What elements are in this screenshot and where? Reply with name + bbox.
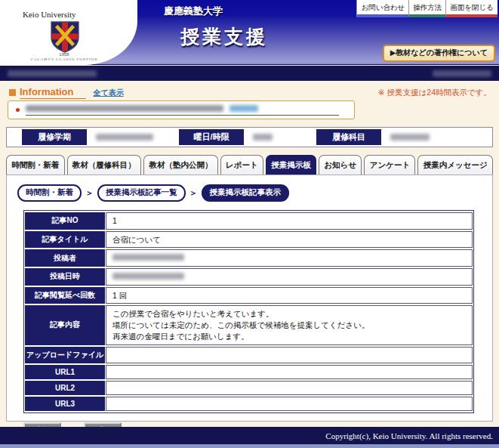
row-value: 1 回 xyxy=(106,287,473,304)
redacted-user-name xyxy=(8,70,97,77)
keio-shield-icon xyxy=(45,20,85,54)
row-value xyxy=(106,397,473,411)
course-info-bar: 履修学期曜日/時限履修科目 xyxy=(6,127,493,147)
redacted-date xyxy=(433,70,491,77)
tab-class-message[interactable]: 授業内メッセージ xyxy=(417,155,493,175)
emblem-motto: CALAMVS GLADIO FORTIOR xyxy=(0,57,128,61)
header-nav-close-screen-button[interactable]: 画面を閉じる xyxy=(445,0,497,17)
breadcrumb-board-article-view: 授業掲示板記事表示 xyxy=(202,184,290,202)
user-session-bar xyxy=(0,66,499,81)
university-name-en: Keio University xyxy=(23,10,76,19)
row-value xyxy=(106,347,473,363)
materials-copyright-button[interactable]: ▶教材などの著作権について xyxy=(383,45,495,62)
redacted-announcement-link[interactable] xyxy=(229,105,258,112)
hours-note: ※ 授業支援は24時間表示です。 xyxy=(378,88,491,98)
tab-survey[interactable]: アンケート xyxy=(364,155,415,175)
tab-class-board[interactable]: 授業掲示板 xyxy=(266,155,316,175)
show-all-link[interactable]: 全て表示 xyxy=(94,88,124,98)
emblem-year: 1858 xyxy=(0,52,128,57)
footer: Copyright(c), Keio University. All right… xyxy=(0,427,499,444)
row-value: 1 xyxy=(106,212,473,230)
table-row-url2: URL2 xyxy=(25,381,473,395)
university-name-ja: 慶應義塾大学 xyxy=(164,5,223,18)
page: Keio University 1858 CALAMVS GLADIO FORT… xyxy=(0,0,499,448)
breadcrumb-separator: ＞ xyxy=(189,187,198,199)
row-label: URL2 xyxy=(25,381,105,395)
row-value: この授業で合宿をやりたいと考えています。 場所については未定のため、この掲示板で… xyxy=(106,305,473,344)
course-value-day-period xyxy=(245,129,315,145)
redacted-text xyxy=(390,134,430,141)
article-detail-table: 記事NO1記事タイトル合宿について投稿者投稿日時記事閲覧延べ回数1 回記事内容こ… xyxy=(23,210,474,413)
tab-materials-enrolled[interactable]: 教材（履修科目） xyxy=(67,155,142,175)
redacted-text xyxy=(253,134,273,141)
course-label-day-period: 曜日/時限 xyxy=(179,129,244,145)
table-row-post-datetime: 投稿日時 xyxy=(25,268,473,286)
row-label: アップロードファイル xyxy=(25,347,105,363)
breadcrumb: 時間割・新着＞授業掲示板記事一覧＞授業掲示板記事表示 xyxy=(17,184,492,202)
course-value-term xyxy=(88,129,177,145)
row-value: 合宿について xyxy=(106,231,473,249)
breadcrumb-timetable-new[interactable]: 時間割・新着 xyxy=(17,184,82,202)
keio-logo: Keio University 1858 CALAMVS GLADIO FORT… xyxy=(0,0,137,65)
tab-timetable-new[interactable]: 時間割・新着 xyxy=(6,155,65,175)
table-row-poster: 投稿者 xyxy=(25,249,473,267)
table-row-url1: URL1 xyxy=(25,365,473,379)
table-row-url3: URL3 xyxy=(25,397,473,411)
breadcrumb-separator: ＞ xyxy=(85,187,94,199)
course-value-course xyxy=(383,129,491,145)
row-label: 記事内容 xyxy=(25,305,105,344)
information-title: Information xyxy=(20,86,86,99)
header-nav-contact-button[interactable]: お問い合わせ xyxy=(356,0,408,17)
row-value xyxy=(106,268,473,286)
bullet-icon xyxy=(16,108,20,112)
row-label: URL1 xyxy=(25,365,105,379)
copyright-text: Copyright(c), Keio University. All right… xyxy=(325,431,493,440)
announcement-box xyxy=(8,100,355,119)
table-row-article-no: 記事NO1 xyxy=(25,212,473,230)
breadcrumb-board-article-list[interactable]: 授業掲示板記事一覧 xyxy=(97,184,186,202)
course-label-course: 履修科目 xyxy=(316,129,381,145)
redacted-text xyxy=(112,254,184,261)
row-value xyxy=(106,381,473,395)
row-value xyxy=(106,365,473,379)
table-row-article-title: 記事タイトル合宿について xyxy=(25,231,473,249)
tab-bar: 時間割・新着教材（履修科目）教材（塾内公開）レポート授業掲示板お知らせアンケート… xyxy=(6,154,493,175)
bottom-strip xyxy=(0,444,499,448)
redacted-text xyxy=(96,134,153,141)
redacted-announcement-text xyxy=(26,105,223,112)
information-header: Information 全て表示 ※ 授業支援は24時間表示です。 xyxy=(9,86,491,99)
information-square-icon xyxy=(9,89,16,96)
course-label-term: 履修学期 xyxy=(22,129,87,145)
tab-report[interactable]: レポート xyxy=(220,155,263,175)
row-label: URL3 xyxy=(25,397,105,411)
tab-materials-campus[interactable]: 教材（塾内公開） xyxy=(143,155,218,175)
header-nav: お問い合わせ操作方法画面を閉じる xyxy=(356,0,497,17)
table-row-article-body: 記事内容この授業で合宿をやりたいと考えています。 場所については未定のため、この… xyxy=(25,305,473,344)
row-label: 投稿者 xyxy=(25,249,105,267)
page-title: 授業支援 xyxy=(180,24,268,49)
header-nav-help-button[interactable]: 操作方法 xyxy=(408,0,445,17)
announcement-item[interactable] xyxy=(26,105,339,116)
tab-notice[interactable]: お知らせ xyxy=(319,155,362,175)
content-panel: 時間割・新着＞授業掲示板記事一覧＞授業掲示板記事表示 記事NO1記事タイトル合宿… xyxy=(6,175,493,422)
row-label: 記事閲覧延べ回数 xyxy=(25,287,105,304)
page-body: Information 全て表示 ※ 授業支援は24時間表示です。 履修学期曜日… xyxy=(0,81,499,427)
row-label: 記事タイトル xyxy=(25,231,105,249)
row-label: 記事NO xyxy=(25,212,105,230)
app-header: Keio University 1858 CALAMVS GLADIO FORT… xyxy=(0,0,499,65)
row-value xyxy=(106,249,473,267)
row-label: 投稿日時 xyxy=(25,268,105,286)
redacted-text xyxy=(112,273,184,280)
table-row-view-count: 記事閲覧延べ回数1 回 xyxy=(25,287,473,304)
table-row-upload-file: アップロードファイル xyxy=(25,347,473,363)
